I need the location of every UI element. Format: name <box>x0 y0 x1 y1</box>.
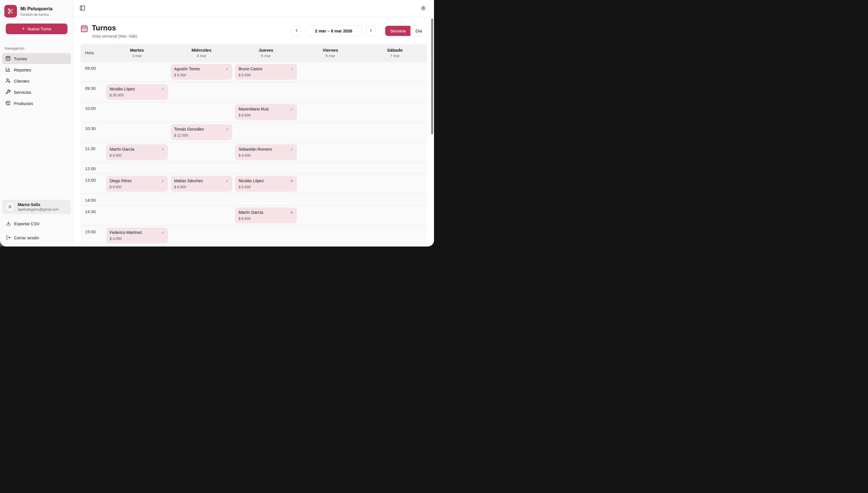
appointment-header: Martín García✕ <box>238 210 293 215</box>
client-name: Tomás González <box>174 127 204 131</box>
chevron-left-icon <box>294 28 299 34</box>
time-label: 14:30 <box>80 206 105 225</box>
check-icon: ✓ <box>161 148 165 151</box>
day-cell: Federico Martínez✓$ 4.000 <box>105 226 169 245</box>
view-week-button[interactable]: Semana <box>385 26 410 36</box>
client-name: Agustín Torres <box>174 67 200 71</box>
appointment-header: Tomás González✓ <box>174 127 229 131</box>
user-card[interactable]: R Marco Solis lapeludegamu@gmail.com <box>2 200 71 214</box>
vertical-scrollbar[interactable] <box>431 18 433 134</box>
day-cell <box>298 194 363 205</box>
calendar-row: 13:00Diego Pérez✓$ 8.500Matías Sánchez✓$… <box>80 174 427 194</box>
package-icon <box>5 101 10 106</box>
calendar-row: 10:30Tomás González✓$ 22.000 <box>80 122 427 142</box>
day-cell <box>105 163 169 174</box>
day-cell <box>298 102 363 122</box>
bar-chart-icon <box>5 67 10 73</box>
day-cell: Bruno Castro✓$ 5.000 <box>234 62 298 82</box>
logout-icon <box>6 235 11 241</box>
day-cell <box>362 82 427 102</box>
sidebar-toggle-button[interactable] <box>78 4 86 13</box>
sidebar-item-turnos[interactable]: Turnos <box>2 53 71 64</box>
avatar: R <box>5 202 15 212</box>
new-appointment-button[interactable]: + Nuevo Turno <box>6 23 67 34</box>
time-label: 09:00 <box>80 62 105 82</box>
appointment-card[interactable]: Maximiliano Ruiz✓$ 8.500 <box>235 104 297 120</box>
date-range-display[interactable]: 2 mar – 8 mar 2026 <box>305 25 362 36</box>
time-label: 09:30 <box>80 82 105 102</box>
appointment-card[interactable]: Nicolás López✕$ 5.000 <box>235 176 297 192</box>
day-cell: Martín García✕$ 8.500 <box>234 206 298 225</box>
time-label: 12:00 <box>80 163 105 174</box>
client-name: Martín García <box>110 147 134 151</box>
x-icon: ✕ <box>290 179 293 183</box>
day-cell: Tomás González✓$ 22.000 <box>169 122 234 142</box>
calendar-row: 15:00Federico Martínez✓$ 4.000 <box>80 225 427 245</box>
appointment-price: $ 8.500 <box>238 217 293 221</box>
appointment-price: $ 4.000 <box>238 153 293 157</box>
app-title: Mi Peluquería <box>20 6 52 12</box>
page-header: Turnos Vista semanal (Mar–Sáb) 2 mar – 8… <box>80 24 427 39</box>
day-cell <box>105 206 169 225</box>
day-cell <box>362 206 427 225</box>
appointment-price: $ 5.000 <box>174 73 229 77</box>
appointment-card[interactable]: Martín García✓$ 5.000 <box>106 144 168 160</box>
appointment-card[interactable]: Martín García✕$ 8.500 <box>235 208 297 223</box>
next-week-button[interactable] <box>366 26 376 36</box>
appointment-header: Bruno Castro✓ <box>238 67 293 71</box>
nav-heading: Navegación <box>5 46 69 50</box>
sidebar-item-productos[interactable]: Productos <box>2 98 71 109</box>
page-title: Turnos <box>92 24 137 32</box>
appointment-price: $ 8.500 <box>174 185 229 189</box>
appointment-card[interactable]: Bruno Castro✓$ 5.000 <box>235 64 297 80</box>
appointment-header: Matías Sánchez✓ <box>174 178 229 183</box>
day-cell: Maximiliano Ruiz✓$ 8.500 <box>234 102 298 122</box>
day-cell: Martín García✓$ 5.000 <box>105 142 169 162</box>
day-cell <box>234 82 298 102</box>
day-cell: Sebastián Romero✓$ 4.000 <box>234 142 298 162</box>
sidebar-nav: Turnos Reportes Clientes Servicios Produ… <box>0 53 73 109</box>
sidebar-item-servicios[interactable]: Servicios <box>2 87 71 98</box>
client-name: Bruno Castro <box>238 67 262 71</box>
sidebar-item-clientes[interactable]: Clientes <box>2 76 71 86</box>
appointment-price: $ 5.000 <box>110 153 165 157</box>
client-name: Martín García <box>238 210 263 215</box>
day-header-sabado: Sábado 7 mar <box>362 48 427 58</box>
appointment-price: $ 5.000 <box>238 73 293 77</box>
appointment-card[interactable]: Agustín Torres✓$ 5.000 <box>171 64 233 80</box>
check-icon: ✓ <box>161 179 165 183</box>
day-cell <box>169 82 234 102</box>
appointment-card[interactable]: Federico Martínez✓$ 4.000 <box>106 228 168 243</box>
time-label: 14:00 <box>80 194 105 205</box>
appointment-card[interactable]: Sebastián Romero✓$ 4.000 <box>235 144 297 160</box>
day-cell: Matías Sánchez✓$ 8.500 <box>169 174 234 194</box>
prev-week-button[interactable] <box>291 26 302 36</box>
check-icon: ✓ <box>290 67 293 71</box>
export-csv-button[interactable]: Exportar CSV <box>6 221 73 227</box>
topbar <box>73 0 434 17</box>
app-tagline: Gestión de turnos <box>20 13 52 17</box>
appointment-card[interactable]: Nicolás López✓$ 35.000 <box>106 84 168 100</box>
brand: Mi Peluquería Gestión de turnos <box>0 0 73 18</box>
appointment-card[interactable]: Matías Sánchez✓$ 8.500 <box>171 176 233 192</box>
calendar-icon <box>5 56 10 62</box>
appointment-card[interactable]: Tomás González✓$ 22.000 <box>171 124 233 140</box>
appointment-price: $ 5.000 <box>238 185 293 189</box>
theme-toggle-button[interactable] <box>419 4 427 13</box>
main-area: Turnos Vista semanal (Mar–Sáb) 2 mar – 8… <box>73 0 434 246</box>
sidebar-item-reportes[interactable]: Reportes <box>2 64 71 75</box>
appointment-card[interactable]: Diego Pérez✓$ 8.500 <box>106 176 168 192</box>
check-icon: ✓ <box>161 87 165 91</box>
calendar-header-row: Hora Martes 3 mar Miércoles 4 mar Jueves… <box>80 44 427 62</box>
time-column-header: Hora <box>80 50 105 55</box>
user-name: Marco Solis <box>18 202 59 207</box>
check-icon: ✓ <box>161 231 165 234</box>
logout-button[interactable]: Cerrar sesión <box>6 235 73 241</box>
day-cell <box>169 194 234 205</box>
client-name: Federico Martínez <box>110 230 142 235</box>
day-header-jueves: Jueves 5 mar <box>234 48 298 58</box>
view-day-button[interactable]: Día <box>410 26 427 36</box>
client-name: Nicolás López <box>238 178 264 183</box>
check-icon: ✓ <box>290 107 293 111</box>
x-icon: ✕ <box>290 211 293 214</box>
